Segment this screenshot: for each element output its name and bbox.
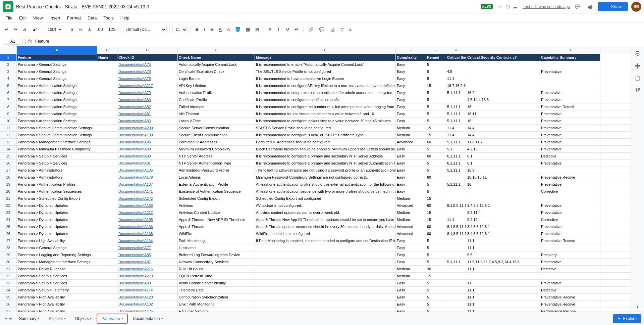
cell[interactable]: 5 (426, 146, 446, 152)
cell[interactable] (446, 174, 466, 181)
cell[interactable]: Panorama > High Availability (17, 308, 97, 312)
table-row[interactable]: 11Panorama > Secure Communication Settin… (0, 125, 631, 132)
cell[interactable]: Easy (396, 181, 426, 188)
cell[interactable]: Preventative,Recove (540, 294, 600, 300)
row-number[interactable]: 33 (0, 280, 17, 286)
cell[interactable]: Panorama > Administrators (17, 174, 97, 181)
cell[interactable]: Critical Security Controls v7 (466, 54, 540, 61)
cell[interactable] (540, 82, 600, 89)
cell[interactable]: Panorama > Management Interface Settings (17, 139, 97, 145)
cell[interactable] (446, 244, 466, 251)
cell[interactable]: Block Username Inclusion should be enabl… (255, 146, 396, 152)
cell[interactable]: Documentation!A77 (117, 244, 178, 251)
table-row[interactable]: 30Panorama > Management Interface Settin… (0, 259, 631, 266)
cell[interactable]: Documentation!A199 (117, 132, 178, 138)
cell[interactable]: Apps & Threats New App-ID Threshold for … (255, 216, 396, 223)
cell[interactable]: Panorama > High Availability (17, 237, 97, 244)
cell-link[interactable]: Documentation!A88 (118, 147, 151, 151)
cell[interactable]: 6.1 (466, 160, 540, 167)
cell[interactable]: Documentation!A78 (117, 75, 178, 82)
cell-link[interactable]: Documentation!A200 (118, 126, 153, 130)
cell[interactable]: Permitted IP Addresses (178, 139, 255, 145)
cell[interactable]: Documentation!A86 (117, 139, 178, 145)
cell[interactable]: 60 (426, 174, 446, 181)
cell[interactable]: Preventative (540, 125, 600, 131)
cell[interactable]: Panorama > Dynamic Updates (17, 209, 97, 216)
cell[interactable]: Check ID (117, 54, 178, 61)
cell[interactable]: Easy (396, 89, 426, 96)
cell[interactable]: 11.4 (446, 125, 466, 131)
cell[interactable]: Easy (396, 174, 426, 181)
table-row[interactable]: 36Panorama > High AvailabilityDocumentat… (0, 301, 631, 308)
cell[interactable]: Documentation!A132 (117, 301, 178, 308)
cell-link[interactable]: Documentation!A91 (118, 161, 151, 165)
font-size-select[interactable]: 11 10 12 (172, 26, 187, 33)
menu-help[interactable]: Help (118, 15, 132, 21)
cell[interactable]: Preventative (540, 68, 600, 75)
cell[interactable]: 6.1,11.1 (446, 153, 466, 159)
table-row[interactable]: 18Panorama > AdministratorsDocumentation… (0, 174, 631, 181)
sheets-icon[interactable]: 📋 (633, 73, 642, 83)
cell[interactable]: 6.1,11.1 (446, 160, 466, 167)
map-icon[interactable]: 🗺 (633, 85, 642, 95)
cell[interactable]: 5.1 (446, 146, 466, 152)
cell[interactable]: 5 (426, 96, 446, 103)
cell-link[interactable]: Documentation!A166 (118, 225, 153, 229)
cell[interactable]: 6.5 (466, 251, 540, 258)
cell[interactable]: 11.1 (466, 244, 540, 251)
cell-link[interactable]: Documentation!A78 (118, 77, 151, 81)
cell-link[interactable]: Documentation!A89 (118, 281, 151, 285)
cell[interactable]: Panorama > Logging and Reporting Setting… (17, 251, 97, 258)
cell-link[interactable]: Documentation!A137 (118, 182, 153, 186)
formula-input[interactable] (34, 38, 641, 44)
cell[interactable] (97, 132, 117, 138)
italic-button[interactable]: I (202, 26, 207, 33)
cell[interactable]: WildFire (178, 230, 255, 237)
cell[interactable]: HA Timer Settings (178, 308, 255, 312)
table-row[interactable]: 16Panorama > Setup > ServicesDocumentati… (0, 160, 631, 167)
table-row[interactable]: 3Panorama > General SettingsDocumentatio… (0, 68, 631, 75)
cell[interactable]: Panorama > Administrators (17, 167, 97, 174)
cell-link[interactable]: Documentation!A212 (118, 211, 153, 215)
cell[interactable]: Documentation!A75 (117, 61, 178, 68)
row-number[interactable]: 31 (0, 266, 17, 272)
cell[interactable]: Permitted IP Addresses should be configu… (255, 139, 396, 145)
row-number[interactable]: 34 (0, 287, 17, 293)
row-number[interactable]: 37 (0, 308, 17, 312)
cell[interactable] (446, 280, 466, 286)
cell[interactable]: 11.1 (466, 294, 540, 300)
cell-link[interactable]: Documentation!A79 (118, 91, 151, 95)
zoom-select[interactable]: 100% 75% 150% (45, 26, 63, 33)
cell[interactable]: Preventative (540, 89, 600, 96)
cell[interactable]: Panorama > High Availability (17, 294, 97, 300)
cell[interactable]: Easy (396, 287, 426, 293)
cell[interactable]: Failed Attempts (178, 103, 255, 110)
cell[interactable]: Telemetry Data (178, 287, 255, 293)
cell-link[interactable]: Documentation!A242 (118, 196, 153, 200)
cell[interactable]: 5 (426, 280, 446, 286)
explore-button[interactable]: ✦ Explore (613, 314, 641, 323)
cell[interactable]: AV update is not configured. (255, 202, 396, 209)
cell[interactable]: At least one authentication profile shou… (255, 181, 396, 188)
cell[interactable]: Preventative (540, 259, 600, 265)
cell[interactable]: Antivirus Content Update (178, 209, 255, 216)
cell[interactable] (97, 301, 117, 308)
cell[interactable]: Easy (396, 259, 426, 265)
cell-link[interactable]: Documentation!A75 (118, 62, 151, 66)
cell[interactable]: Certificate Profile (178, 96, 255, 103)
table-row[interactable]: 29Panorama > Logging and Reporting Setti… (0, 251, 631, 259)
cell-link[interactable]: Documentation!A141 (118, 189, 153, 193)
cell[interactable] (446, 308, 466, 312)
row-number[interactable]: 14 (0, 146, 17, 152)
cell[interactable]: Easy (396, 118, 426, 124)
row-number[interactable]: 22 (0, 202, 17, 209)
cell[interactable]: Panorama > Scheduled Config Export (17, 195, 97, 202)
cell[interactable] (97, 266, 117, 272)
star-icon[interactable]: ☆ (498, 4, 502, 9)
cell[interactable] (255, 251, 396, 258)
table-row[interactable]: 28Panorama > General SettingsDocumentati… (0, 244, 631, 251)
cell-link[interactable]: Documentation!A90 (118, 154, 151, 158)
cell[interactable] (255, 266, 396, 272)
cell[interactable]: Detective (540, 153, 600, 159)
print-button[interactable]: 🖨 (21, 26, 29, 33)
